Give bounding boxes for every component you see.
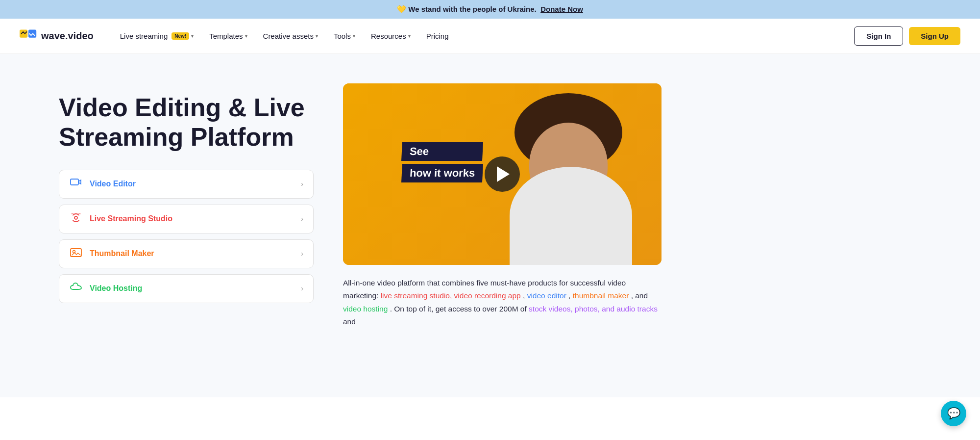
nav-item-tools[interactable]: Tools ▾ bbox=[327, 28, 362, 44]
nav-chevron-resources: ▾ bbox=[408, 33, 411, 39]
nav-item-pricing[interactable]: Pricing bbox=[419, 28, 456, 44]
signup-button[interactable]: Sign Up bbox=[909, 27, 960, 45]
nav-chevron-tools: ▾ bbox=[353, 33, 355, 39]
feature-item-left-live: Live Streaming Studio bbox=[69, 213, 172, 225]
svg-rect-2 bbox=[71, 179, 78, 185]
feature-chevron-thumb: › bbox=[301, 250, 303, 258]
feature-item-thumbnail-maker[interactable]: Thumbnail Maker › bbox=[59, 239, 314, 268]
nav-resources-label: Resources bbox=[371, 32, 406, 40]
nav-item-resources[interactable]: Resources ▾ bbox=[364, 28, 417, 44]
banner-text: We stand with the people of Ukraine. bbox=[408, 5, 536, 13]
logo-icon bbox=[20, 29, 37, 43]
nav-tools-label: Tools bbox=[334, 32, 351, 40]
feature-item-left-hosting: Video Hosting bbox=[69, 283, 142, 295]
nav-items: Live streaming New! ▾ Templates ▾ Creati… bbox=[113, 28, 855, 44]
navbar: wave.video Live streaming New! ▾ Templat… bbox=[0, 19, 980, 54]
see-how-line1: See bbox=[401, 142, 483, 161]
desc-link-video-hosting[interactable]: video hosting bbox=[343, 305, 388, 313]
desc-and1: , and bbox=[631, 291, 648, 300]
hero-left: Video Editing & Live Streaming Platform … bbox=[59, 83, 314, 303]
feature-item-left-video: Video Editor bbox=[69, 178, 136, 190]
desc-and2: and bbox=[343, 317, 356, 326]
nav-item-live-streaming[interactable]: Live streaming New! ▾ bbox=[113, 28, 200, 44]
desc-link-live-streaming[interactable]: live streaming studio, video recording a… bbox=[381, 291, 521, 300]
desc-link-stock[interactable]: stock videos, photos, and audio tracks bbox=[529, 305, 658, 313]
desc-link-video-editor[interactable]: video editor bbox=[527, 291, 566, 300]
play-button[interactable] bbox=[485, 156, 520, 192]
feature-label-video-editor: Video Editor bbox=[90, 180, 136, 188]
hero-description: All-in-one video platform that combines … bbox=[343, 277, 662, 328]
banner-heart: 💛 bbox=[397, 5, 406, 13]
feature-item-video-editor[interactable]: Video Editor › bbox=[59, 170, 314, 199]
feature-label-video-hosting: Video Hosting bbox=[90, 284, 142, 293]
nav-live-streaming-label: Live streaming bbox=[120, 32, 168, 40]
donate-link[interactable]: Donate Now bbox=[540, 5, 583, 13]
desc-link-thumbnail-maker[interactable]: thumbnail maker bbox=[573, 291, 629, 300]
feature-list: Video Editor › Live Streaming Stud bbox=[59, 170, 314, 303]
feature-chevron-video: › bbox=[301, 180, 303, 188]
nav-chevron-templates: ▾ bbox=[245, 33, 247, 39]
video-wrapper: See how it works bbox=[343, 83, 921, 265]
feature-chevron-hosting: › bbox=[301, 285, 303, 292]
nav-creative-label: Creative assets bbox=[263, 32, 314, 40]
video-editor-icon bbox=[69, 178, 83, 190]
nav-live-badge: New! bbox=[172, 32, 189, 40]
nav-chevron-live: ▾ bbox=[191, 33, 194, 39]
video-container: See how it works bbox=[343, 83, 662, 265]
hero-section: Video Editing & Live Streaming Platform … bbox=[0, 54, 980, 397]
feature-chevron-live: › bbox=[301, 215, 303, 223]
nav-actions: Sign In Sign Up bbox=[854, 26, 960, 46]
live-streaming-icon bbox=[69, 213, 83, 225]
blue-accent-decoration bbox=[870, 213, 929, 272]
thumbnail-maker-icon bbox=[69, 248, 83, 260]
nav-chevron-creative: ▾ bbox=[316, 33, 318, 39]
see-how-badge: See how it works bbox=[402, 142, 483, 182]
hero-title: Video Editing & Live Streaming Platform bbox=[59, 93, 314, 152]
desc-comma2: , bbox=[568, 291, 573, 300]
nav-item-templates[interactable]: Templates ▾ bbox=[202, 28, 254, 44]
person-body bbox=[510, 167, 632, 265]
logo-text: wave.video bbox=[41, 30, 94, 42]
feature-item-left-thumb: Thumbnail Maker bbox=[69, 248, 154, 260]
desc-comma1: , bbox=[523, 291, 527, 300]
feature-item-live-streaming[interactable]: Live Streaming Studio › bbox=[59, 205, 314, 233]
logo[interactable]: wave.video bbox=[20, 29, 94, 43]
desc-outro: . On top of it, get access to over 200M … bbox=[390, 305, 529, 313]
signin-button[interactable]: Sign In bbox=[854, 26, 903, 46]
nav-pricing-label: Pricing bbox=[426, 32, 449, 40]
feature-label-thumbnail-maker: Thumbnail Maker bbox=[90, 249, 154, 258]
see-how-line2: how it works bbox=[401, 164, 483, 182]
video-background: See how it works bbox=[343, 83, 662, 265]
nav-item-creative-assets[interactable]: Creative assets ▾ bbox=[256, 28, 325, 44]
video-hosting-icon bbox=[69, 283, 83, 295]
hero-right: See how it works All-in-one video platfo… bbox=[343, 83, 921, 328]
svg-rect-0 bbox=[20, 29, 27, 37]
nav-templates-label: Templates bbox=[209, 32, 243, 40]
top-banner: 💛 We stand with the people of Ukraine. D… bbox=[0, 0, 980, 19]
svg-point-3 bbox=[74, 216, 77, 219]
feature-item-video-hosting[interactable]: Video Hosting › bbox=[59, 274, 314, 303]
feature-label-live-streaming: Live Streaming Studio bbox=[90, 214, 172, 223]
play-triangle-icon bbox=[497, 166, 510, 182]
